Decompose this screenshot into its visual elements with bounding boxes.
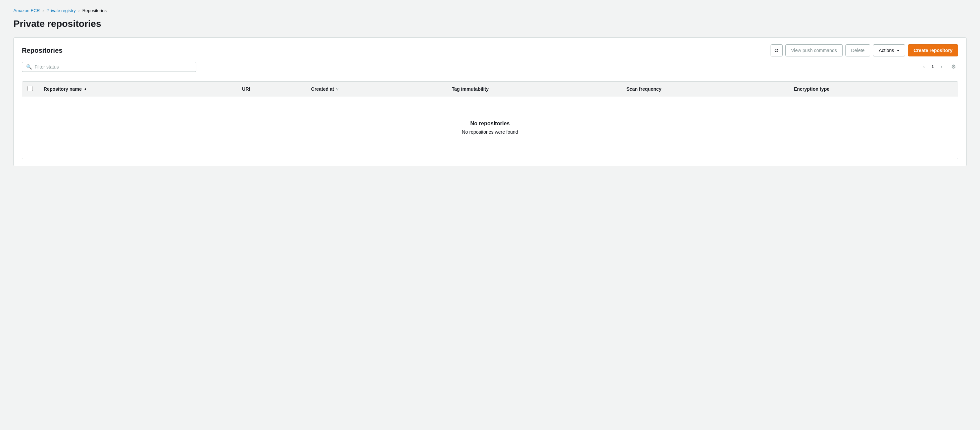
empty-state-description: No repositories were found [34, 129, 946, 135]
repositories-table: Repository name ▲ URI Created at [22, 82, 958, 159]
page-container: Amazon ECR › Private registry › Reposito… [0, 0, 980, 174]
sort-asc-icon: ▲ [84, 87, 87, 91]
search-input[interactable] [35, 64, 192, 70]
pagination-prev-button[interactable]: ‹ [919, 62, 929, 71]
sort-desc-icon: ▽ [336, 87, 339, 91]
breadcrumb-registry-link[interactable]: Private registry [47, 8, 76, 13]
table-header: Repository name ▲ URI Created at [22, 82, 958, 96]
delete-button[interactable]: Delete [845, 44, 870, 56]
th-uri[interactable]: URI [237, 82, 305, 96]
th-checkbox [22, 82, 38, 96]
empty-state-row: No repositories No repositories were fou… [22, 96, 958, 159]
pagination-current-page: 1 [931, 64, 934, 69]
page-title: Private repositories [13, 19, 967, 29]
toolbar-actions: ↺ View push commands Delete Actions Crea… [771, 44, 958, 56]
view-push-commands-button[interactable]: View push commands [785, 44, 843, 56]
breadcrumb-sep-2: › [78, 8, 80, 13]
chevron-right-icon: › [941, 64, 942, 69]
search-pagination-row: 🔍 ‹ 1 › ⚙ [22, 62, 958, 77]
select-all-checkbox[interactable] [27, 86, 33, 91]
delete-label: Delete [851, 48, 865, 53]
search-bar: 🔍 [22, 62, 196, 72]
refresh-icon: ↺ [774, 47, 779, 54]
breadcrumb-current: Repositories [82, 8, 107, 13]
pagination-next-button[interactable]: › [937, 62, 946, 71]
create-repository-label: Create repository [913, 48, 953, 53]
th-encryption-type-label: Encryption type [794, 86, 829, 92]
empty-state: No repositories No repositories were fou… [27, 101, 953, 155]
table-body: No repositories No repositories were fou… [22, 96, 958, 159]
actions-chevron-icon [897, 50, 899, 51]
pagination-settings-icon[interactable]: ⚙ [949, 62, 958, 71]
repositories-table-container: Repository name ▲ URI Created at [22, 81, 958, 159]
actions-label: Actions [879, 48, 894, 53]
card-title: Repositories [22, 47, 62, 54]
empty-state-title: No repositories [34, 121, 946, 127]
breadcrumb: Amazon ECR › Private registry › Reposito… [13, 8, 967, 13]
th-tag-immutability-label: Tag immutability [452, 86, 488, 92]
th-created-at-label: Created at [311, 86, 334, 92]
th-scan-frequency[interactable]: Scan frequency [621, 82, 789, 96]
actions-button[interactable]: Actions [873, 44, 905, 56]
breadcrumb-ecr-link[interactable]: Amazon ECR [13, 8, 40, 13]
main-card: Repositories ↺ View push commands Delete… [13, 37, 967, 166]
view-push-commands-label: View push commands [791, 48, 837, 53]
th-tag-immutability[interactable]: Tag immutability [446, 82, 621, 96]
empty-state-cell: No repositories No repositories were fou… [22, 96, 958, 159]
th-scan-frequency-label: Scan frequency [627, 86, 662, 92]
breadcrumb-sep-1: › [43, 8, 44, 13]
card-header: Repositories ↺ View push commands Delete… [22, 44, 958, 56]
search-icon: 🔍 [26, 64, 32, 70]
chevron-left-icon: ‹ [923, 64, 925, 69]
th-created-at[interactable]: Created at ▽ [306, 82, 446, 96]
th-repository-name-label: Repository name [44, 86, 82, 92]
th-repository-name[interactable]: Repository name ▲ [38, 82, 237, 96]
table-header-row: Repository name ▲ URI Created at [22, 82, 958, 96]
refresh-button[interactable]: ↺ [771, 44, 783, 56]
th-uri-label: URI [242, 86, 250, 92]
pagination-row: ‹ 1 › ⚙ [919, 62, 958, 71]
th-encryption-type[interactable]: Encryption type [788, 82, 958, 96]
create-repository-button[interactable]: Create repository [908, 44, 958, 56]
